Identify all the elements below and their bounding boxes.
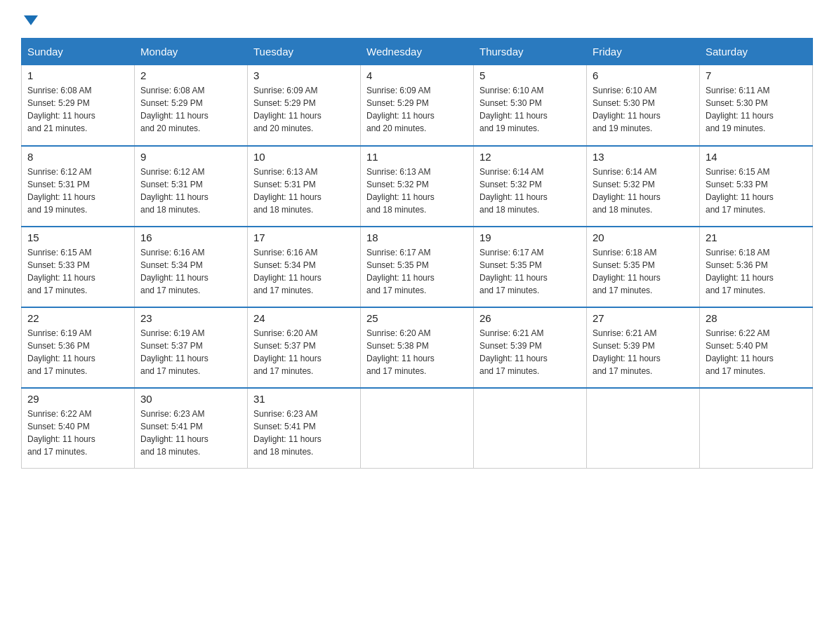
- week-row-3: 15 Sunrise: 6:15 AM Sunset: 5:33 PM Dayl…: [22, 227, 813, 307]
- day-info: Sunrise: 6:16 AM Sunset: 5:34 PM Dayligh…: [140, 246, 241, 297]
- calendar-cell: 30 Sunrise: 6:23 AM Sunset: 5:41 PM Dayl…: [135, 388, 248, 469]
- calendar-cell: 22 Sunrise: 6:19 AM Sunset: 5:36 PM Dayl…: [22, 307, 135, 388]
- day-info: Sunrise: 6:15 AM Sunset: 5:33 PM Dayligh…: [27, 246, 128, 297]
- day-number: 30: [140, 393, 241, 405]
- day-info: Sunrise: 6:10 AM Sunset: 5:30 PM Dayligh…: [593, 84, 694, 135]
- day-info: Sunrise: 6:14 AM Sunset: 5:32 PM Dayligh…: [593, 166, 694, 216]
- day-number: 1: [27, 69, 128, 81]
- day-info: Sunrise: 6:19 AM Sunset: 5:36 PM Dayligh…: [27, 327, 128, 377]
- day-number: 9: [140, 151, 241, 163]
- day-number: 29: [27, 393, 128, 405]
- calendar-cell: 2 Sunrise: 6:08 AM Sunset: 5:29 PM Dayli…: [135, 65, 248, 146]
- calendar-cell: 23 Sunrise: 6:19 AM Sunset: 5:37 PM Dayl…: [135, 307, 248, 388]
- day-info: Sunrise: 6:20 AM Sunset: 5:38 PM Dayligh…: [366, 327, 468, 377]
- week-row-4: 22 Sunrise: 6:19 AM Sunset: 5:36 PM Dayl…: [22, 307, 813, 388]
- day-number: 18: [366, 232, 468, 243]
- week-row-5: 29 Sunrise: 6:22 AM Sunset: 5:40 PM Dayl…: [22, 388, 813, 469]
- calendar-cell: 9 Sunrise: 6:12 AM Sunset: 5:31 PM Dayli…: [135, 146, 248, 227]
- calendar-cell: 25 Sunrise: 6:20 AM Sunset: 5:38 PM Dayl…: [361, 307, 474, 388]
- calendar-cell: 8 Sunrise: 6:12 AM Sunset: 5:31 PM Dayli…: [22, 146, 135, 227]
- calendar-cell: [474, 388, 587, 469]
- day-info: Sunrise: 6:13 AM Sunset: 5:32 PM Dayligh…: [366, 166, 468, 216]
- day-number: 10: [253, 151, 355, 163]
- calendar-cell: 5 Sunrise: 6:10 AM Sunset: 5:30 PM Dayli…: [474, 65, 587, 146]
- day-number: 19: [479, 232, 581, 243]
- day-number: 22: [27, 312, 128, 324]
- weekday-header-row: SundayMondayTuesdayWednesdayThursdayFrid…: [22, 39, 813, 65]
- calendar-cell: 13 Sunrise: 6:14 AM Sunset: 5:32 PM Dayl…: [587, 146, 700, 227]
- day-info: Sunrise: 6:22 AM Sunset: 5:40 PM Dayligh…: [706, 327, 807, 377]
- day-info: Sunrise: 6:18 AM Sunset: 5:35 PM Dayligh…: [593, 246, 694, 297]
- calendar-cell: 15 Sunrise: 6:15 AM Sunset: 5:33 PM Dayl…: [22, 227, 135, 307]
- logo: [21, 14, 38, 25]
- day-number: 12: [479, 151, 581, 163]
- calendar-cell: [700, 388, 813, 469]
- weekday-header-sunday: Sunday: [22, 39, 135, 65]
- calendar-cell: 19 Sunrise: 6:17 AM Sunset: 5:35 PM Dayl…: [474, 227, 587, 307]
- calendar-cell: 4 Sunrise: 6:09 AM Sunset: 5:29 PM Dayli…: [361, 65, 474, 146]
- day-info: Sunrise: 6:13 AM Sunset: 5:31 PM Dayligh…: [253, 166, 355, 216]
- day-number: 5: [479, 69, 581, 81]
- calendar-cell: 28 Sunrise: 6:22 AM Sunset: 5:40 PM Dayl…: [700, 307, 813, 388]
- day-number: 7: [706, 69, 807, 81]
- day-number: 28: [706, 312, 807, 324]
- day-number: 21: [706, 232, 807, 243]
- day-info: Sunrise: 6:12 AM Sunset: 5:31 PM Dayligh…: [27, 166, 128, 216]
- calendar-cell: 3 Sunrise: 6:09 AM Sunset: 5:29 PM Dayli…: [248, 65, 361, 146]
- day-number: 31: [253, 393, 355, 405]
- calendar-table: SundayMondayTuesdayWednesdayThursdayFrid…: [21, 38, 813, 469]
- day-number: 6: [593, 69, 694, 81]
- day-info: Sunrise: 6:14 AM Sunset: 5:32 PM Dayligh…: [479, 166, 581, 216]
- calendar-cell: 1 Sunrise: 6:08 AM Sunset: 5:29 PM Dayli…: [22, 65, 135, 146]
- day-number: 23: [140, 312, 241, 324]
- calendar-cell: 17 Sunrise: 6:16 AM Sunset: 5:34 PM Dayl…: [248, 227, 361, 307]
- day-info: Sunrise: 6:20 AM Sunset: 5:37 PM Dayligh…: [253, 327, 355, 377]
- weekday-header-monday: Monday: [135, 39, 248, 65]
- day-info: Sunrise: 6:11 AM Sunset: 5:30 PM Dayligh…: [706, 84, 807, 135]
- day-number: 11: [366, 151, 468, 163]
- day-number: 16: [140, 232, 241, 243]
- calendar-cell: 11 Sunrise: 6:13 AM Sunset: 5:32 PM Dayl…: [361, 146, 474, 227]
- day-number: 25: [366, 312, 468, 324]
- day-number: 24: [253, 312, 355, 324]
- day-info: Sunrise: 6:09 AM Sunset: 5:29 PM Dayligh…: [253, 84, 355, 135]
- calendar-cell: 29 Sunrise: 6:22 AM Sunset: 5:40 PM Dayl…: [22, 388, 135, 469]
- day-number: 15: [27, 232, 128, 243]
- calendar-cell: 7 Sunrise: 6:11 AM Sunset: 5:30 PM Dayli…: [700, 65, 813, 146]
- day-info: Sunrise: 6:23 AM Sunset: 5:41 PM Dayligh…: [140, 408, 241, 458]
- calendar-cell: 27 Sunrise: 6:21 AM Sunset: 5:39 PM Dayl…: [587, 307, 700, 388]
- calendar-cell: 21 Sunrise: 6:18 AM Sunset: 5:36 PM Dayl…: [700, 227, 813, 307]
- day-info: Sunrise: 6:18 AM Sunset: 5:36 PM Dayligh…: [706, 246, 807, 297]
- day-info: Sunrise: 6:09 AM Sunset: 5:29 PM Dayligh…: [366, 84, 468, 135]
- day-info: Sunrise: 6:12 AM Sunset: 5:31 PM Dayligh…: [140, 166, 241, 216]
- calendar-cell: 16 Sunrise: 6:16 AM Sunset: 5:34 PM Dayl…: [135, 227, 248, 307]
- calendar-cell: 12 Sunrise: 6:14 AM Sunset: 5:32 PM Dayl…: [474, 146, 587, 227]
- day-info: Sunrise: 6:08 AM Sunset: 5:29 PM Dayligh…: [27, 84, 128, 135]
- calendar-cell: [361, 388, 474, 469]
- day-info: Sunrise: 6:16 AM Sunset: 5:34 PM Dayligh…: [253, 246, 355, 297]
- calendar-cell: 26 Sunrise: 6:21 AM Sunset: 5:39 PM Dayl…: [474, 307, 587, 388]
- day-number: 26: [479, 312, 581, 324]
- day-number: 8: [27, 151, 128, 163]
- day-info: Sunrise: 6:23 AM Sunset: 5:41 PM Dayligh…: [253, 408, 355, 458]
- day-number: 17: [253, 232, 355, 243]
- weekday-header-tuesday: Tuesday: [248, 39, 361, 65]
- calendar-cell: 14 Sunrise: 6:15 AM Sunset: 5:33 PM Dayl…: [700, 146, 813, 227]
- day-number: 13: [593, 151, 694, 163]
- day-info: Sunrise: 6:10 AM Sunset: 5:30 PM Dayligh…: [479, 84, 581, 135]
- week-row-2: 8 Sunrise: 6:12 AM Sunset: 5:31 PM Dayli…: [22, 146, 813, 227]
- day-number: 2: [140, 69, 241, 81]
- calendar-cell: 31 Sunrise: 6:23 AM Sunset: 5:41 PM Dayl…: [248, 388, 361, 469]
- calendar-cell: 18 Sunrise: 6:17 AM Sunset: 5:35 PM Dayl…: [361, 227, 474, 307]
- day-info: Sunrise: 6:21 AM Sunset: 5:39 PM Dayligh…: [593, 327, 694, 377]
- day-info: Sunrise: 6:19 AM Sunset: 5:37 PM Dayligh…: [140, 327, 241, 377]
- weekday-header-thursday: Thursday: [474, 39, 587, 65]
- day-info: Sunrise: 6:22 AM Sunset: 5:40 PM Dayligh…: [27, 408, 128, 458]
- calendar-cell: 24 Sunrise: 6:20 AM Sunset: 5:37 PM Dayl…: [248, 307, 361, 388]
- weekday-header-friday: Friday: [587, 39, 700, 65]
- day-info: Sunrise: 6:15 AM Sunset: 5:33 PM Dayligh…: [706, 166, 807, 216]
- day-info: Sunrise: 6:21 AM Sunset: 5:39 PM Dayligh…: [479, 327, 581, 377]
- day-number: 4: [366, 69, 468, 81]
- day-info: Sunrise: 6:17 AM Sunset: 5:35 PM Dayligh…: [479, 246, 581, 297]
- day-number: 27: [593, 312, 694, 324]
